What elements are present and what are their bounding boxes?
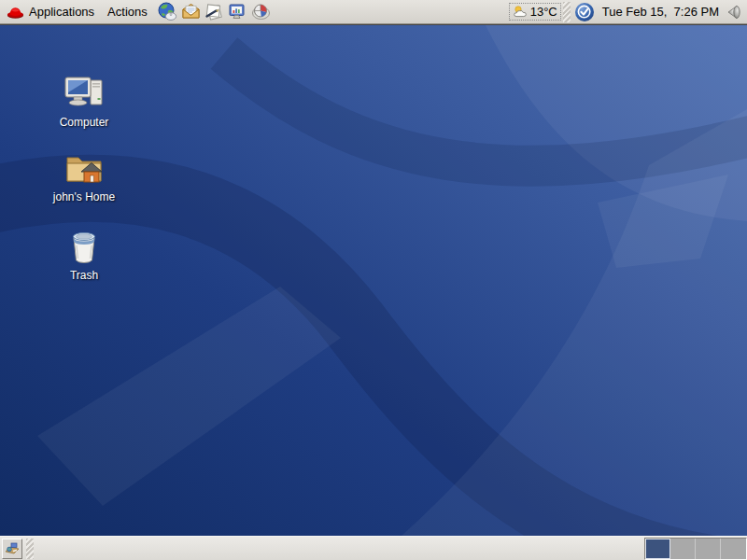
word-processor-launcher-icon[interactable] bbox=[204, 2, 225, 22]
partly-cloudy-icon bbox=[513, 5, 529, 19]
desktop-icon-computer[interactable]: Computer bbox=[39, 74, 129, 129]
workspace-4[interactable] bbox=[721, 539, 746, 559]
desktop-icon-trash[interactable]: Trash bbox=[39, 227, 129, 282]
spreadsheet-launcher-icon[interactable] bbox=[251, 2, 272, 22]
update-notifier-icon[interactable] bbox=[574, 2, 595, 22]
applet-drag-handle[interactable] bbox=[563, 2, 571, 22]
tasklist-drag-handle[interactable] bbox=[26, 539, 34, 559]
applications-menu[interactable]: Applications bbox=[0, 0, 101, 23]
actions-menu-label: Actions bbox=[107, 5, 148, 19]
computer-icon bbox=[63, 74, 105, 113]
volume-icon[interactable] bbox=[725, 3, 743, 21]
workspace-1[interactable] bbox=[645, 539, 670, 559]
weather-temperature: 13°C bbox=[530, 5, 557, 19]
applications-menu-label: Applications bbox=[29, 5, 94, 19]
email-launcher-icon[interactable] bbox=[181, 2, 202, 22]
weather-applet[interactable]: 13°C bbox=[509, 3, 561, 21]
top-panel: Applications Actions bbox=[0, 0, 747, 24]
desktop-icon-label: Computer bbox=[58, 116, 111, 129]
desktop[interactable]: Computer john's Home bbox=[0, 25, 747, 536]
actions-menu[interactable]: Actions bbox=[101, 0, 154, 23]
workspace-2[interactable] bbox=[670, 539, 696, 559]
clock-applet[interactable]: Tue Feb 15, 7:26 PM bbox=[597, 5, 725, 19]
workspace-3[interactable] bbox=[696, 539, 721, 559]
redhat-logo-icon bbox=[7, 5, 24, 20]
presentation-launcher-icon[interactable] bbox=[228, 2, 248, 22]
gnome-desktop-screen: Applications Actions bbox=[0, 0, 747, 560]
desktop-icon-label: Trash bbox=[68, 269, 100, 282]
home-folder-icon bbox=[63, 148, 106, 188]
launcher-icons bbox=[158, 2, 272, 22]
web-browser-launcher-icon[interactable] bbox=[158, 2, 178, 22]
desktop-icon-label: john's Home bbox=[51, 190, 117, 203]
show-desktop-button[interactable] bbox=[2, 539, 22, 559]
bottom-panel bbox=[0, 536, 747, 560]
trash-can-icon bbox=[65, 227, 103, 266]
desktop-icon-home[interactable]: john's Home bbox=[39, 148, 129, 203]
workspace-switcher bbox=[644, 538, 747, 560]
show-desktop-icon bbox=[4, 540, 21, 557]
